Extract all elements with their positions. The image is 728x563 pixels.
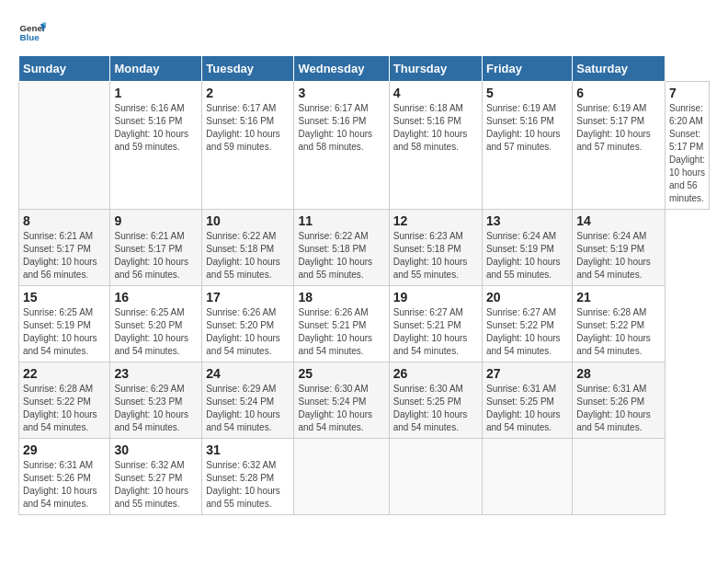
day-info: Sunrise: 6:32 AMSunset: 5:27 PMDaylight:… — [114, 459, 198, 511]
day-number: 27 — [486, 366, 568, 381]
day-cell: 11Sunrise: 6:22 AMSunset: 5:18 PMDayligh… — [294, 210, 389, 286]
day-number: 23 — [114, 366, 198, 381]
day-number: 30 — [114, 442, 198, 457]
day-cell: 16Sunrise: 6:25 AMSunset: 5:20 PMDayligh… — [110, 286, 202, 362]
day-cell: 12Sunrise: 6:23 AMSunset: 5:18 PMDayligh… — [389, 210, 482, 286]
day-number: 13 — [486, 213, 568, 228]
day-info: Sunrise: 6:32 AMSunset: 5:28 PMDaylight:… — [206, 459, 290, 511]
day-info: Sunrise: 6:22 AMSunset: 5:18 PMDaylight:… — [298, 230, 384, 282]
day-info: Sunrise: 6:26 AMSunset: 5:21 PMDaylight:… — [298, 306, 384, 358]
day-cell: 9Sunrise: 6:21 AMSunset: 5:17 PMDaylight… — [110, 210, 202, 286]
day-number: 8 — [23, 213, 106, 228]
day-info: Sunrise: 6:30 AMSunset: 5:24 PMDaylight:… — [298, 383, 384, 434]
day-number: 6 — [576, 86, 661, 100]
day-cell: 4Sunrise: 6:18 AMSunset: 5:16 PMDaylight… — [389, 82, 482, 210]
day-number: 21 — [576, 290, 661, 304]
day-cell: 15Sunrise: 6:25 AMSunset: 5:19 PMDayligh… — [19, 286, 110, 362]
day-cell: 30Sunrise: 6:32 AMSunset: 5:27 PMDayligh… — [110, 439, 202, 515]
day-info: Sunrise: 6:24 AMSunset: 5:19 PMDaylight:… — [576, 230, 661, 282]
day-cell: 14Sunrise: 6:24 AMSunset: 5:19 PMDayligh… — [573, 210, 665, 286]
day-number: 7 — [669, 86, 705, 100]
day-cell: 20Sunrise: 6:27 AMSunset: 5:22 PMDayligh… — [482, 286, 572, 362]
day-cell: 25Sunrise: 6:30 AMSunset: 5:24 PMDayligh… — [294, 362, 389, 439]
week-row-5: 29Sunrise: 6:31 AMSunset: 5:26 PMDayligh… — [19, 439, 710, 515]
day-cell: 21Sunrise: 6:28 AMSunset: 5:22 PMDayligh… — [573, 286, 665, 362]
col-header-saturday: Saturday — [573, 56, 665, 82]
day-cell: 1Sunrise: 6:16 AMSunset: 5:16 PMDaylight… — [110, 82, 202, 210]
day-info: Sunrise: 6:19 AMSunset: 5:17 PMDaylight:… — [576, 102, 661, 154]
day-number: 24 — [206, 366, 290, 381]
header-row: SundayMondayTuesdayWednesdayThursdayFrid… — [19, 56, 710, 82]
day-cell — [482, 439, 572, 515]
day-cell: 8Sunrise: 6:21 AMSunset: 5:17 PMDaylight… — [19, 210, 110, 286]
day-cell: 13Sunrise: 6:24 AMSunset: 5:19 PMDayligh… — [482, 210, 572, 286]
day-number: 10 — [206, 213, 290, 228]
day-info: Sunrise: 6:17 AMSunset: 5:16 PMDaylight:… — [206, 102, 290, 154]
day-info: Sunrise: 6:31 AMSunset: 5:25 PMDaylight:… — [486, 383, 568, 434]
col-header-thursday: Thursday — [389, 56, 482, 82]
day-number: 11 — [298, 213, 384, 228]
day-info: Sunrise: 6:29 AMSunset: 5:24 PMDaylight:… — [206, 383, 290, 434]
day-number: 26 — [393, 366, 478, 381]
day-number: 15 — [23, 290, 106, 304]
day-number: 31 — [206, 442, 290, 457]
day-number: 20 — [486, 290, 568, 304]
day-number: 25 — [298, 366, 384, 381]
day-cell — [389, 439, 482, 515]
day-cell: 24Sunrise: 6:29 AMSunset: 5:24 PMDayligh… — [202, 362, 294, 439]
day-cell: 17Sunrise: 6:26 AMSunset: 5:20 PMDayligh… — [202, 286, 294, 362]
day-cell: 7Sunrise: 6:20 AMSunset: 5:17 PMDaylight… — [665, 82, 710, 210]
day-info: Sunrise: 6:22 AMSunset: 5:18 PMDaylight:… — [206, 230, 290, 282]
day-number: 28 — [576, 366, 661, 381]
day-number: 14 — [576, 213, 661, 228]
day-cell: 3Sunrise: 6:17 AMSunset: 5:16 PMDaylight… — [294, 82, 389, 210]
day-info: Sunrise: 6:20 AMSunset: 5:17 PMDaylight:… — [669, 102, 705, 205]
day-info: Sunrise: 6:25 AMSunset: 5:19 PMDaylight:… — [23, 306, 106, 358]
day-cell: 2Sunrise: 6:17 AMSunset: 5:16 PMDaylight… — [202, 82, 294, 210]
day-number: 2 — [206, 86, 290, 100]
day-info: Sunrise: 6:28 AMSunset: 5:22 PMDaylight:… — [576, 306, 661, 358]
day-number: 12 — [393, 213, 478, 228]
day-info: Sunrise: 6:17 AMSunset: 5:16 PMDaylight:… — [298, 102, 384, 154]
week-row-2: 8Sunrise: 6:21 AMSunset: 5:17 PMDaylight… — [19, 210, 710, 286]
day-number: 16 — [114, 290, 198, 304]
day-cell: 19Sunrise: 6:27 AMSunset: 5:21 PMDayligh… — [389, 286, 482, 362]
day-number: 3 — [298, 86, 384, 100]
day-number: 18 — [298, 290, 384, 304]
day-number: 22 — [23, 366, 106, 381]
svg-text:Blue: Blue — [20, 32, 40, 42]
day-info: Sunrise: 6:26 AMSunset: 5:20 PMDaylight:… — [206, 306, 290, 358]
day-cell: 18Sunrise: 6:26 AMSunset: 5:21 PMDayligh… — [294, 286, 389, 362]
day-info: Sunrise: 6:18 AMSunset: 5:16 PMDaylight:… — [393, 102, 478, 154]
calendar-table: SundayMondayTuesdayWednesdayThursdayFrid… — [18, 55, 710, 515]
col-header-sunday: Sunday — [19, 56, 110, 82]
week-row-3: 15Sunrise: 6:25 AMSunset: 5:19 PMDayligh… — [19, 286, 710, 362]
day-number: 1 — [114, 86, 198, 100]
day-cell: 27Sunrise: 6:31 AMSunset: 5:25 PMDayligh… — [482, 362, 572, 439]
col-header-friday: Friday — [482, 56, 572, 82]
day-cell: 29Sunrise: 6:31 AMSunset: 5:26 PMDayligh… — [19, 439, 110, 515]
day-cell: 10Sunrise: 6:22 AMSunset: 5:18 PMDayligh… — [202, 210, 294, 286]
day-info: Sunrise: 6:23 AMSunset: 5:18 PMDaylight:… — [393, 230, 478, 282]
day-info: Sunrise: 6:28 AMSunset: 5:22 PMDaylight:… — [23, 383, 106, 434]
day-cell: 23Sunrise: 6:29 AMSunset: 5:23 PMDayligh… — [110, 362, 202, 439]
day-number: 5 — [486, 86, 568, 100]
day-info: Sunrise: 6:21 AMSunset: 5:17 PMDaylight:… — [23, 230, 106, 282]
col-header-tuesday: Tuesday — [202, 56, 294, 82]
header: General Blue — [18, 18, 710, 46]
day-info: Sunrise: 6:27 AMSunset: 5:22 PMDaylight:… — [486, 306, 568, 358]
week-row-1: 1Sunrise: 6:16 AMSunset: 5:16 PMDaylight… — [19, 82, 710, 210]
day-info: Sunrise: 6:31 AMSunset: 5:26 PMDaylight:… — [576, 383, 661, 434]
day-cell — [573, 439, 665, 515]
day-number: 17 — [206, 290, 290, 304]
day-info: Sunrise: 6:30 AMSunset: 5:25 PMDaylight:… — [393, 383, 478, 434]
day-info: Sunrise: 6:24 AMSunset: 5:19 PMDaylight:… — [486, 230, 568, 282]
day-info: Sunrise: 6:31 AMSunset: 5:26 PMDaylight:… — [23, 459, 106, 511]
day-info: Sunrise: 6:25 AMSunset: 5:20 PMDaylight:… — [114, 306, 198, 358]
day-number: 19 — [393, 290, 478, 304]
col-header-monday: Monday — [110, 56, 202, 82]
day-info: Sunrise: 6:27 AMSunset: 5:21 PMDaylight:… — [393, 306, 478, 358]
day-number: 4 — [393, 86, 478, 100]
logo: General Blue — [18, 18, 46, 46]
day-cell: 26Sunrise: 6:30 AMSunset: 5:25 PMDayligh… — [389, 362, 482, 439]
